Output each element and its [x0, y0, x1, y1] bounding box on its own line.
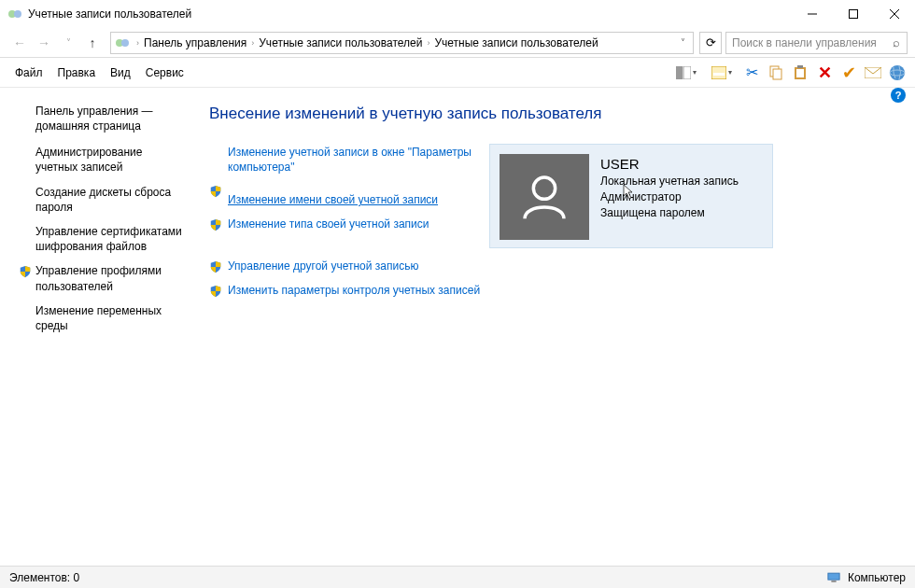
- chevron-icon: ›: [248, 38, 257, 48]
- status-bar: Элементов: 0 Компьютер: [0, 566, 915, 588]
- help-icon[interactable]: ?: [891, 88, 906, 103]
- nav-bar: ← → ˅ ↑ › Панель управления › Учетные за…: [0, 28, 915, 58]
- sidebar-link-4[interactable]: Изменение переменных среды: [35, 303, 185, 333]
- svg-point-7: [121, 39, 129, 47]
- minimize-button[interactable]: [792, 0, 833, 28]
- window-title: Учетные записи пользователей: [28, 7, 792, 21]
- svg-point-20: [533, 177, 555, 199]
- crumb-0[interactable]: Панель управления: [142, 36, 248, 49]
- view-details-button[interactable]: [706, 63, 738, 83]
- svg-rect-9: [683, 66, 691, 79]
- location-icon: [115, 35, 130, 50]
- shield-icon: [209, 285, 222, 298]
- maximize-button[interactable]: [833, 0, 874, 28]
- user-protection: Защищена паролем: [600, 205, 739, 221]
- paste-button[interactable]: [790, 63, 810, 83]
- svg-rect-8: [676, 66, 683, 79]
- svg-point-18: [890, 65, 905, 80]
- crumb-1[interactable]: Учетные записи пользователей: [257, 36, 424, 49]
- svg-rect-22: [831, 581, 836, 582]
- svg-rect-13: [773, 69, 781, 79]
- action-link-4[interactable]: Изменить параметры контроля учетных запи…: [209, 284, 489, 299]
- back-button[interactable]: ←: [7, 31, 32, 55]
- content-area: Внесение изменений в учетную запись поль…: [194, 105, 896, 556]
- menu-bar: Файл Правка Вид Сервис ✂ ✕ ✔: [0, 58, 915, 88]
- menu-service[interactable]: Сервис: [138, 64, 191, 81]
- search-icon[interactable]: ⌕: [886, 35, 907, 49]
- cp-home-link[interactable]: Панель управления — домашняя страница: [35, 105, 185, 133]
- chevron-icon: ›: [134, 38, 142, 48]
- action-link-3[interactable]: Управление другой учетной записью: [209, 259, 489, 274]
- up-button[interactable]: ↑: [80, 31, 105, 55]
- mail-button[interactable]: [863, 63, 883, 83]
- sidebar-link-3[interactable]: Управление профилями пользователей: [35, 263, 185, 293]
- cut-button[interactable]: ✂: [741, 63, 762, 83]
- svg-rect-3: [850, 10, 858, 19]
- monitor-icon: [827, 572, 840, 582]
- menu-edit[interactable]: Правка: [50, 64, 104, 81]
- svg-rect-21: [828, 573, 839, 580]
- shield-icon: [19, 265, 32, 278]
- title-bar: Учетные записи пользователей: [0, 0, 915, 28]
- svg-rect-16: [797, 65, 803, 68]
- shield-icon: [209, 218, 222, 231]
- close-button[interactable]: [874, 0, 915, 28]
- avatar: [500, 154, 589, 240]
- help-bar: ?: [0, 88, 915, 105]
- sidebar-link-2[interactable]: Управление сертификатами шифрования файл…: [35, 224, 185, 254]
- sidebar: Панель управления — домашняя страница Ад…: [19, 105, 194, 556]
- recent-dropdown[interactable]: ˅: [56, 31, 80, 55]
- user-name: USER: [600, 154, 739, 174]
- search-input[interactable]: [732, 36, 886, 49]
- sidebar-link-1[interactable]: Создание дискеты сброса пароля: [35, 185, 185, 215]
- chevron-icon: ›: [424, 38, 432, 48]
- app-icon: [7, 7, 22, 21]
- svg-rect-15: [796, 69, 804, 77]
- svg-point-1: [14, 10, 21, 18]
- view-layout-button[interactable]: [670, 63, 702, 83]
- delete-button[interactable]: ✕: [814, 63, 835, 83]
- action-column: Изменение учетной записи в окне "Парамет…: [209, 144, 489, 308]
- action-link-1[interactable]: Изменение имени своей учетной записи: [209, 184, 489, 208]
- search-box[interactable]: ⌕: [725, 32, 908, 54]
- globe-icon[interactable]: [887, 63, 908, 83]
- copy-button[interactable]: [766, 63, 786, 83]
- refresh-button[interactable]: ⟳: [699, 32, 722, 54]
- forward-button[interactable]: →: [32, 31, 56, 55]
- menu-file[interactable]: Файл: [7, 64, 50, 81]
- status-elements: Элементов: 0: [9, 571, 79, 584]
- shield-icon: [209, 185, 222, 198]
- shield-icon: [209, 260, 222, 273]
- action-link-2[interactable]: Изменение типа своей учетной записи: [209, 217, 489, 232]
- status-computer[interactable]: Компьютер: [827, 571, 906, 584]
- crumb-2[interactable]: Учетные записи пользователей: [432, 36, 599, 49]
- breadcrumb[interactable]: › Панель управления › Учетные записи пол…: [110, 32, 694, 54]
- sidebar-link-0[interactable]: Администрирование учетных записей: [35, 145, 185, 175]
- confirm-button[interactable]: ✔: [838, 63, 859, 83]
- action-link-0[interactable]: Изменение учетной записи в окне "Парамет…: [209, 146, 489, 175]
- history-dropdown[interactable]: ˅: [677, 37, 689, 48]
- svg-rect-11: [713, 73, 725, 76]
- menu-view[interactable]: Вид: [103, 64, 138, 81]
- page-heading: Внесение изменений в учетную запись поль…: [209, 105, 896, 123]
